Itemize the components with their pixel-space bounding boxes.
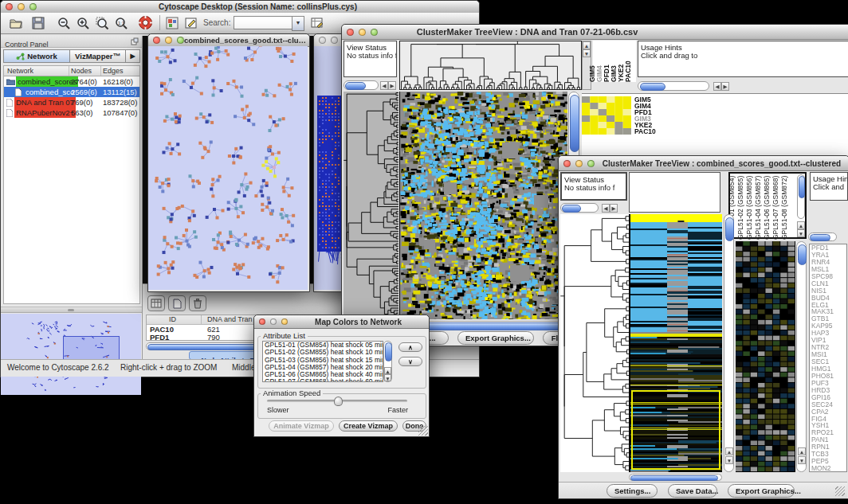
tv1-zoom-gene-labels[interactable]: GIM5GIM4PFD1GIM3YKE2PAC10 bbox=[634, 96, 666, 136]
birdseye-view-canvas[interactable] bbox=[1, 314, 141, 395]
animation-speed-slider[interactable] bbox=[267, 400, 407, 402]
search-input[interactable] bbox=[234, 16, 292, 29]
create-vizmap-button[interactable]: Create Vizmap bbox=[339, 420, 398, 432]
network-titlebar[interactable]: combined_scores_good.txt--cluste... bbox=[148, 34, 309, 47]
annotation-icon[interactable] bbox=[184, 16, 198, 30]
tv1-export-graphics-button[interactable]: Export Graphics... bbox=[457, 331, 534, 345]
scroll-thumb[interactable] bbox=[562, 205, 581, 213]
treeview2-titlebar[interactable]: ClusterMaker TreeView : combined_scores_… bbox=[559, 156, 848, 171]
close-icon[interactable] bbox=[347, 29, 354, 36]
open-file-icon[interactable] bbox=[9, 16, 23, 30]
zoom-fit-icon[interactable]: 1:1 bbox=[114, 16, 128, 30]
tv1-zoom-matrix-canvas[interactable] bbox=[582, 96, 631, 135]
minimize-icon[interactable] bbox=[18, 3, 25, 10]
vscroll-thumb[interactable] bbox=[799, 176, 805, 198]
hscroll-thumb[interactable] bbox=[630, 475, 718, 481]
scroll-thumb[interactable] bbox=[345, 82, 366, 90]
dialog-titlebar[interactable]: Map Colors to Network bbox=[254, 315, 429, 329]
slider-thumb[interactable] bbox=[334, 397, 343, 406]
scroll-down-icon[interactable]: ▼ bbox=[798, 456, 806, 464]
tv2-detail-vscrollbar[interactable]: ▲ ▼ bbox=[796, 241, 807, 472]
save-data-button[interactable]: Save Data... bbox=[668, 484, 717, 498]
attribute-browser-icon[interactable] bbox=[310, 16, 324, 30]
tv2-row-dendrogram[interactable] bbox=[560, 214, 629, 472]
tv2-detail-heatmap-canvas[interactable] bbox=[736, 241, 795, 472]
tv1-heatmap-canvas[interactable] bbox=[399, 92, 567, 319]
zoom-selected-icon[interactable] bbox=[95, 16, 109, 30]
search-dropdown-icon[interactable]: ▼ bbox=[292, 16, 304, 31]
settings-button[interactable]: Settings... bbox=[607, 484, 658, 498]
scroll-up-icon[interactable]: ▲ bbox=[797, 221, 805, 229]
minimize-icon[interactable] bbox=[165, 37, 172, 44]
condition-column-label[interactable]: GPL51-06 (GSM865) bbox=[763, 176, 771, 240]
vizmap-icon[interactable] bbox=[165, 16, 179, 30]
minimize-icon[interactable] bbox=[270, 318, 277, 325]
delete-attribute-trash-icon[interactable] bbox=[189, 295, 206, 311]
attribute-list[interactable]: GPL51-01 (GSM854) heat shock 05 minGPL51… bbox=[262, 341, 383, 382]
network-canvas[interactable] bbox=[148, 46, 308, 290]
attribute-list-vscrollbar[interactable]: ▲ ▼ bbox=[383, 341, 392, 382]
scroll-left-icon[interactable]: ◀ bbox=[380, 81, 388, 90]
close-icon[interactable] bbox=[259, 318, 265, 325]
select-attributes-icon[interactable] bbox=[147, 295, 165, 311]
zoom-icon[interactable] bbox=[177, 37, 184, 44]
tab-more-icon[interactable]: ▶ bbox=[126, 49, 140, 63]
zoom-icon[interactable] bbox=[281, 318, 288, 325]
gene-column-label[interactable]: PAC10 bbox=[625, 45, 632, 82]
gene-row-label[interactable]: PAC10 bbox=[634, 128, 666, 135]
scroll-thumb[interactable] bbox=[640, 83, 665, 91]
condition-column-label[interactable]: GPL51-02 (GSM855) bbox=[736, 176, 744, 240]
table-row[interactable]: DNA and Tran 07 769(0) 183728(0) bbox=[4, 97, 139, 107]
vscroll-thumb[interactable] bbox=[798, 244, 807, 265]
animate-vizmap-button[interactable]: Animate Vizmap bbox=[269, 420, 334, 432]
panel-splitter[interactable] bbox=[1, 307, 142, 313]
scroll-left-icon[interactable]: ◀ bbox=[602, 204, 610, 213]
attribute-list-item[interactable]: GPL51-07 (GSM868) heat shock 60 min bbox=[265, 378, 383, 382]
vscroll-thumb[interactable] bbox=[385, 342, 392, 361]
zoom-in-icon[interactable] bbox=[76, 16, 90, 30]
dialog-resize-grip[interactable] bbox=[418, 426, 428, 436]
condition-column-label[interactable]: GPL51-07 (GSM868) bbox=[771, 176, 779, 240]
move-down-button[interactable]: ∨ bbox=[398, 357, 422, 366]
tv2-condition-labels[interactable]: GPL51-01 (GSM854)GPL51-02 (GSM855)GPL51-… bbox=[730, 174, 794, 240]
vscroll-thumb[interactable] bbox=[725, 217, 734, 241]
close-icon[interactable] bbox=[153, 37, 160, 44]
tv1-zoom-hscrollbar[interactable] bbox=[638, 81, 709, 91]
table-row[interactable]: RNAPuberNov2+ 563(0) 107847(0) bbox=[4, 107, 139, 118]
tv1-rotated-gene-labels[interactable]: GIM5GIM4PFD1GIM3YKE2PAC10 bbox=[593, 41, 636, 82]
zoom-out-icon[interactable] bbox=[57, 16, 71, 30]
tv2-column-dendrogram-area[interactable] bbox=[629, 172, 720, 213]
table-row[interactable]: combined_scores 2764(0) 16218(0) bbox=[4, 76, 139, 87]
splitter-handle[interactable] bbox=[68, 309, 74, 311]
tv2-heatmap-canvas[interactable] bbox=[629, 214, 722, 472]
tab-network[interactable]: Network bbox=[3, 49, 70, 63]
scroll-down-icon[interactable]: ▼ bbox=[725, 456, 733, 464]
tv2-resize-grip[interactable] bbox=[835, 486, 845, 496]
vscroll-thumb[interactable] bbox=[570, 95, 579, 152]
move-up-button[interactable]: ∧ bbox=[398, 342, 422, 352]
scroll-down-icon[interactable]: ▼ bbox=[384, 374, 391, 381]
tv2-gene-list[interactable]: PFD1YRA1RNR4MSL1SPC98CLN1NIS1BUD4ELG1MAK… bbox=[809, 244, 847, 472]
tv1-row-dendrogram[interactable] bbox=[344, 92, 398, 319]
close-icon[interactable] bbox=[319, 37, 326, 44]
scroll-right-icon[interactable]: ▶ bbox=[388, 81, 396, 90]
minimize-icon[interactable] bbox=[359, 29, 366, 36]
scroll-right-icon[interactable]: ▶ bbox=[610, 204, 618, 213]
tv1-column-dendrogram[interactable] bbox=[399, 41, 582, 90]
zoom-icon[interactable] bbox=[587, 160, 595, 167]
tv2-collabel-vscrollbar[interactable] bbox=[797, 174, 805, 219]
float-panel-icon[interactable] bbox=[131, 37, 139, 45]
scroll-right-icon[interactable]: ▶ bbox=[721, 82, 729, 91]
minimize-icon[interactable] bbox=[575, 160, 583, 167]
zoom-icon[interactable] bbox=[371, 29, 378, 36]
table-row-selected[interactable]: combined_sco 2569(6) 13112(15) bbox=[4, 87, 139, 97]
tv2-vs-scrollbar[interactable] bbox=[560, 203, 599, 213]
tv2-bottom-hscrollbar[interactable] bbox=[629, 474, 722, 481]
minimize-icon[interactable] bbox=[331, 37, 338, 44]
tv1-vs-scrollbar[interactable] bbox=[344, 80, 379, 90]
treeview1-titlebar[interactable]: ClusterMaker TreeView : DNA and Tran 07-… bbox=[342, 25, 848, 40]
help-lifering-icon[interactable] bbox=[138, 15, 153, 30]
scroll-down-icon[interactable]: ▼ bbox=[797, 229, 805, 237]
new-attribute-icon[interactable] bbox=[168, 295, 186, 311]
tv2-main-vscrollbar[interactable]: ▲ ▼ bbox=[724, 214, 734, 472]
